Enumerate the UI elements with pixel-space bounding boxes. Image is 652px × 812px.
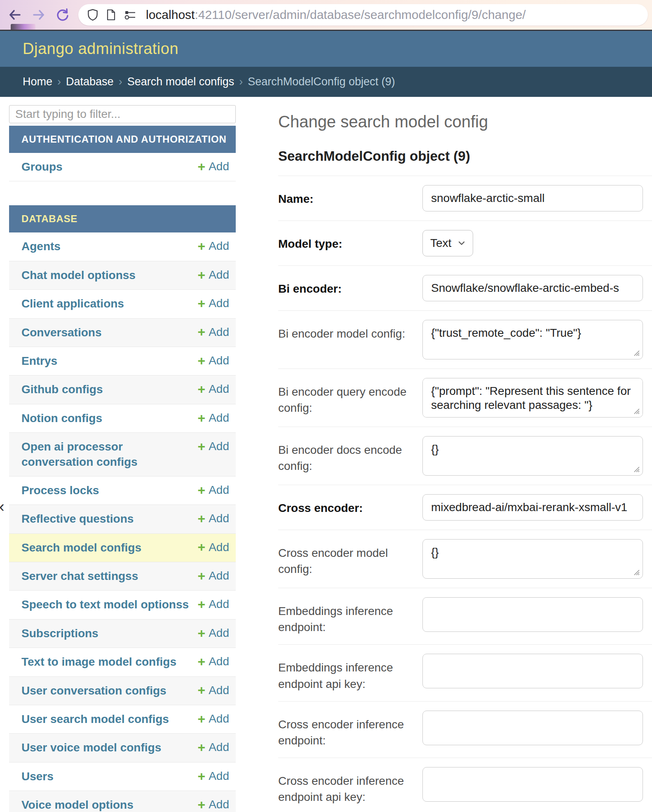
model-link[interactable]: User search model configs <box>21 712 197 727</box>
model-link[interactable]: Github configs <box>21 382 197 397</box>
add-link[interactable]: +Add <box>197 712 229 726</box>
add-link[interactable]: +Add <box>197 569 229 583</box>
breadcrumb-link[interactable]: Database <box>66 75 114 88</box>
model-link[interactable]: Users <box>21 769 197 784</box>
bi-encoder-field[interactable] <box>422 275 643 301</box>
admin-header: Django administration <box>0 31 652 67</box>
add-label: Add <box>209 769 229 783</box>
model-link[interactable]: Reflective questions <box>21 512 197 526</box>
sidebar-item-text-to-image-model-configs: Text to image model configs+Add <box>9 648 236 676</box>
add-link[interactable]: +Add <box>197 626 229 640</box>
add-link[interactable]: +Add <box>197 512 229 526</box>
add-link[interactable]: +Add <box>197 740 229 754</box>
model-link[interactable]: Entrys <box>21 354 197 368</box>
plus-icon: + <box>197 325 205 338</box>
add-link[interactable]: +Add <box>197 268 229 282</box>
add-link[interactable]: +Add <box>197 325 229 339</box>
add-link[interactable]: +Add <box>197 483 229 497</box>
model-link[interactable]: Open ai processor conversation configs <box>21 439 197 469</box>
sidebar-filter-input[interactable] <box>9 105 236 123</box>
url-host: localhost <box>146 8 195 21</box>
add-link[interactable]: +Add <box>197 411 229 425</box>
cross-encoder-inference-endpoint-field[interactable] <box>422 711 643 745</box>
embeddings-inference-endpoint-field[interactable] <box>422 597 643 632</box>
add-link[interactable]: +Add <box>197 655 229 669</box>
cross-encoder-model-config-textarea[interactable] <box>422 539 643 579</box>
bi-encoder-query-encode-config-textarea[interactable] <box>422 378 643 418</box>
model-link[interactable]: Speech to text model optionss <box>21 597 197 612</box>
sidebar-item-conversations: Conversations+Add <box>9 319 236 347</box>
back-button[interactable] <box>7 7 23 23</box>
embeddings-inference-endpoint-label: Embeddings inference endpoint: <box>278 597 422 635</box>
add-label: Add <box>209 512 229 526</box>
add-link[interactable]: +Add <box>197 239 229 253</box>
form-row-model-type: Model type:Text <box>278 221 652 266</box>
model-link[interactable]: Groups <box>21 160 197 174</box>
form-row-cross-encoder-model-config: Cross encoder model config: <box>278 530 652 588</box>
forward-button[interactable] <box>30 7 47 23</box>
add-link[interactable]: +Add <box>197 798 229 812</box>
model-link[interactable]: Agents <box>21 239 197 254</box>
sidebar-item-notion-configs: Notion configs+Add <box>9 404 236 433</box>
name-field[interactable] <box>422 185 643 211</box>
plus-icon: + <box>197 798 205 811</box>
url-bar[interactable]: localhost:42110/server/admin/database/se… <box>78 4 648 26</box>
model-link[interactable]: Server chat settingss <box>21 569 197 584</box>
add-link[interactable]: +Add <box>197 160 229 174</box>
add-link[interactable]: +Add <box>197 354 229 368</box>
model-type-select[interactable]: Text <box>422 230 473 256</box>
model-link[interactable]: Notion configs <box>21 411 197 426</box>
add-label: Add <box>209 325 229 339</box>
breadcrumb-separator: › <box>57 75 61 88</box>
site-title[interactable]: Django administration <box>23 40 178 58</box>
model-link[interactable]: Client applications <box>21 296 197 311</box>
sidebar-toggle-icon[interactable]: ‹ <box>0 499 5 514</box>
shield-icon[interactable] <box>87 8 99 21</box>
add-label: Add <box>209 160 229 174</box>
add-link[interactable]: +Add <box>197 439 229 453</box>
add-label: Add <box>209 411 229 425</box>
back-arrow-icon <box>7 7 23 23</box>
plus-icon: + <box>197 297 205 310</box>
form-row-bi-encoder-query-encode-config: Bi encoder query encode config: <box>278 369 652 427</box>
bi-encoder-docs-encode-config-label: Bi encoder docs encode config: <box>278 436 422 474</box>
cross-encoder-inference-endpoint-api-key-field[interactable] <box>422 767 643 802</box>
refresh-button[interactable] <box>54 7 71 23</box>
model-link[interactable]: Conversations <box>21 325 197 340</box>
model-link[interactable]: User voice model configs <box>21 740 197 755</box>
add-label: Add <box>209 655 229 669</box>
sidebar-item-github-configs: Github configs+Add <box>9 375 236 404</box>
embeddings-inference-endpoint-api-key-field[interactable] <box>422 654 643 688</box>
breadcrumb-current: SearchModelConfig object (9) <box>248 75 395 88</box>
name-label: Name: <box>278 185 422 207</box>
model-link[interactable]: Process locks <box>21 483 197 498</box>
sidebar-item-process-locks: Process locks+Add <box>9 476 236 505</box>
bi-encoder-docs-encode-config-textarea[interactable] <box>422 436 643 476</box>
sidebar-item-users: Users+Add <box>9 763 236 791</box>
cross-encoder-field[interactable] <box>422 494 643 521</box>
form-row-embeddings-inference-endpoint: Embeddings inference endpoint: <box>278 588 652 645</box>
add-link[interactable]: +Add <box>197 296 229 310</box>
breadcrumb-separator: › <box>239 75 243 88</box>
add-link[interactable]: +Add <box>197 540 229 554</box>
model-link[interactable]: Chat model optionss <box>21 268 197 283</box>
bi-encoder-model-config-textarea[interactable] <box>422 320 643 359</box>
page-content: ‹ AUTHENTICATION AND AUTHORIZATIONGroups… <box>0 97 652 812</box>
breadcrumb-link[interactable]: Search model configs <box>127 75 235 88</box>
add-link[interactable]: +Add <box>197 683 229 697</box>
model-link[interactable]: Text to image model configs <box>21 655 197 669</box>
sidebar-item-agents: Agents+Add <box>9 232 236 261</box>
model-link[interactable]: Search model configs <box>21 540 197 555</box>
add-link[interactable]: +Add <box>197 382 229 396</box>
add-label: Add <box>209 626 229 640</box>
add-link[interactable]: +Add <box>197 769 229 783</box>
nav-module: DATABASEAgents+AddChat model optionss+Ad… <box>9 205 236 812</box>
model-link[interactable]: User conversation configs <box>21 683 197 698</box>
plus-icon: + <box>197 655 205 668</box>
site-permissions-icon[interactable] <box>123 9 137 21</box>
sidebar-item-user-search-model-configs: User search model configs+Add <box>9 705 236 734</box>
breadcrumb-link[interactable]: Home <box>23 75 52 88</box>
model-link[interactable]: Voice model options <box>21 798 197 812</box>
add-link[interactable]: +Add <box>197 597 229 611</box>
model-link[interactable]: Subscriptions <box>21 626 197 641</box>
